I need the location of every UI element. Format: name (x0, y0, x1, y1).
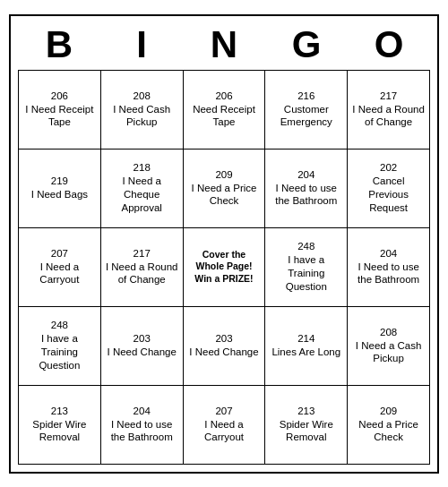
cell-number: 209 (215, 168, 232, 182)
bingo-cell: 213Spider Wire Removal (265, 386, 348, 465)
cell-number: 206 (215, 90, 232, 103)
bingo-cell: 248I have a Training Question (19, 307, 101, 386)
bingo-cell: Cover the Whole Page! Win a PRIZE! (184, 228, 266, 307)
bingo-cell: 219I Need Bags (19, 150, 101, 228)
cell-number: 214 (297, 332, 314, 346)
cell-text: I Need to use the Bathroom (269, 182, 343, 209)
cell-number: 213 (51, 405, 68, 418)
header-letter: N (185, 23, 263, 66)
header-letter: B (20, 23, 99, 66)
cell-number: 219 (51, 175, 68, 188)
cell-number: 213 (297, 405, 314, 418)
cell-text: Spider Wire Removal (269, 418, 343, 445)
bingo-cell: 206I Need Receipt Tape (19, 71, 101, 150)
cell-number: 248 (51, 319, 68, 332)
cell-number: 208 (380, 326, 397, 339)
cell-number: 203 (134, 332, 151, 346)
bingo-cell: 209I Need a Price Check (184, 150, 266, 228)
cell-text: Need a Price Check (351, 418, 426, 445)
cell-text: I Need a Cheque Approval (105, 175, 179, 215)
cell-text: I Need a Round of Change (351, 103, 426, 130)
bingo-cell: 207I Need a Carryout (184, 386, 266, 465)
cell-text: Customer Emergency (269, 103, 343, 130)
cell-text: Need Receipt Tape (187, 103, 262, 130)
cell-number: 204 (297, 168, 314, 182)
cell-number: 217 (134, 247, 151, 261)
cell-text: I Need Bags (31, 188, 88, 201)
cell-number: 202 (380, 161, 397, 175)
bingo-cell: 216Customer Emergency (265, 71, 348, 150)
cell-text: I Need a Carryout (187, 418, 262, 445)
cell-text: I Need a Round of Change (105, 261, 179, 287)
cell-text: I have a Training Question (269, 253, 343, 294)
bingo-cell: 217I Need a Round of Change (348, 71, 430, 150)
cell-number: 216 (297, 90, 314, 103)
cell-number: 248 (297, 240, 314, 253)
bingo-cell: 208I Need Cash Pickup (101, 71, 184, 150)
cell-text: I have a Training Question (22, 332, 97, 372)
cell-text: Cover the Whole Page! Win a PRIZE! (187, 249, 262, 286)
cell-number: 218 (134, 161, 151, 175)
cell-number: 204 (380, 247, 397, 261)
cell-number: 209 (380, 405, 397, 418)
cell-text: Lines Are Long (271, 346, 340, 359)
bingo-cell: 204I Need to use the Bathroom (348, 228, 430, 307)
cell-text: Spider Wire Removal (22, 418, 97, 445)
bingo-cell: 209Need a Price Check (348, 386, 430, 465)
bingo-cell: 218I Need a Cheque Approval (101, 150, 184, 228)
cell-text: I Need to use the Bathroom (351, 261, 426, 287)
cell-text: Cancel Previous Request (351, 175, 426, 215)
cell-number: 206 (51, 90, 68, 103)
bingo-cell: 203I Need Change (101, 307, 184, 386)
bingo-cell: 204I Need to use the Bathroom (101, 386, 184, 465)
bingo-header: BINGO (18, 23, 430, 66)
header-letter: I (102, 23, 181, 66)
cell-text: I Need Change (108, 346, 177, 359)
bingo-card: BINGO 206I Need Receipt Tape208I Need Ca… (9, 14, 439, 474)
cell-number: 207 (215, 405, 232, 418)
bingo-cell: 204I Need to use the Bathroom (265, 150, 348, 228)
cell-text: I Need Receipt Tape (22, 103, 97, 130)
header-letter: G (267, 23, 346, 66)
cell-text: I Need a Cash Pickup (351, 339, 426, 366)
bingo-grid: 206I Need Receipt Tape208I Need Cash Pic… (18, 70, 430, 465)
cell-text: I Need a Price Check (187, 182, 262, 209)
bingo-cell: 248I have a Training Question (265, 228, 348, 307)
cell-number: 217 (380, 90, 397, 103)
bingo-cell: 217I Need a Round of Change (101, 228, 184, 307)
cell-text: I Need Cash Pickup (105, 103, 179, 130)
cell-number: 207 (51, 247, 68, 261)
bingo-cell: 202Cancel Previous Request (348, 150, 430, 228)
header-letter: O (349, 23, 428, 66)
bingo-cell: 203I Need Change (184, 307, 266, 386)
bingo-cell: 207I Need a Carryout (19, 228, 101, 307)
cell-number: 203 (215, 332, 232, 346)
bingo-cell: 213Spider Wire Removal (19, 386, 101, 465)
cell-text: I Need to use the Bathroom (105, 418, 179, 445)
cell-text: I Need Change (189, 346, 258, 359)
cell-text: I Need a Carryout (22, 261, 97, 287)
cell-number: 204 (134, 405, 151, 418)
cell-number: 208 (134, 90, 151, 103)
bingo-cell: 214Lines Are Long (265, 307, 348, 386)
bingo-cell: 206Need Receipt Tape (184, 71, 266, 150)
bingo-cell: 208I Need a Cash Pickup (348, 307, 430, 386)
